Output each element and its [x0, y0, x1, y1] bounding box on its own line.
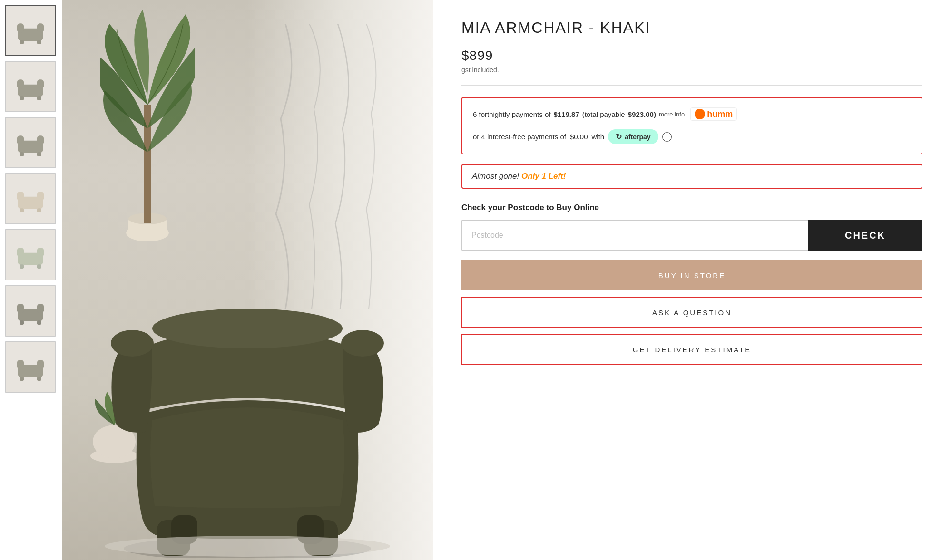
svg-rect-21: [17, 248, 24, 257]
postcode-input[interactable]: [461, 220, 808, 251]
afterpay-intro-text: or 4 interest-free payments of: [473, 133, 566, 141]
svg-rect-8: [20, 96, 24, 100]
afterpay-badge: ↻ afterpay: [608, 129, 658, 144]
stock-warning-box: Almost gone! Only 1 Left!: [461, 164, 922, 189]
product-price: $899: [461, 48, 922, 63]
svg-rect-6: [17, 79, 24, 88]
product-info-panel: MIA ARMCHAIR - KHAKI $899 gst included. …: [433, 0, 951, 560]
humm-total: $923.00): [628, 110, 656, 118]
svg-rect-14: [37, 152, 41, 156]
svg-rect-22: [37, 248, 44, 257]
svg-rect-2: [37, 23, 44, 32]
afterpay-info-button[interactable]: i: [662, 132, 672, 142]
check-button[interactable]: CHECK: [808, 220, 922, 251]
svg-rect-16: [17, 192, 24, 201]
svg-rect-24: [37, 264, 41, 269]
afterpay-icon: ↻: [616, 132, 622, 141]
postcode-section-label: Check your Postcode to Buy Online: [461, 203, 922, 212]
ask-question-button[interactable]: ASK A QUESTION: [461, 297, 922, 328]
thumbnail-7[interactable]: [5, 341, 56, 393]
payment-options-box: 6 fortnightly payments of $119.87 (total…: [461, 97, 922, 154]
product-title: MIA ARMCHAIR - KHAKI: [461, 19, 922, 37]
svg-rect-29: [37, 320, 41, 325]
svg-rect-7: [37, 79, 44, 88]
svg-rect-34: [37, 377, 41, 381]
get-delivery-estimate-button[interactable]: GET DELIVERY ESTIMATE: [461, 334, 922, 365]
thumbnail-strip: [0, 0, 62, 560]
stock-count-text: Only 1 Left!: [521, 172, 566, 181]
humm-total-label: (total payable: [582, 110, 625, 118]
buy-in-store-button[interactable]: BUY IN STORE: [461, 260, 922, 290]
svg-rect-12: [37, 135, 44, 145]
svg-rect-23: [20, 264, 24, 269]
svg-rect-13: [20, 152, 24, 156]
svg-rect-1: [17, 23, 24, 32]
humm-installments-text: 6 fortnightly payments of: [473, 110, 550, 118]
svg-rect-33: [20, 377, 24, 381]
svg-point-42: [111, 330, 154, 357]
svg-rect-4: [37, 40, 41, 44]
afterpay-payment-row: or 4 interest-free payments of $0.00 wit…: [473, 129, 911, 144]
svg-rect-26: [17, 304, 24, 313]
humm-logo: humm: [690, 107, 737, 121]
thumbnail-3[interactable]: [5, 117, 56, 168]
almost-gone-text: Almost gone!: [472, 172, 519, 181]
svg-rect-19: [37, 208, 41, 212]
gst-text: gst included.: [461, 66, 922, 74]
svg-rect-18: [20, 208, 24, 212]
humm-payment-row: 6 fortnightly payments of $119.87 (total…: [473, 107, 911, 121]
svg-point-44: [152, 309, 343, 348]
thumbnail-6[interactable]: [5, 285, 56, 337]
thumbnail-2[interactable]: [5, 61, 56, 112]
thumbnail-5[interactable]: [5, 229, 56, 280]
svg-rect-9: [37, 96, 41, 100]
afterpay-with-text: with: [591, 133, 604, 141]
svg-point-43: [341, 330, 384, 357]
main-product-image: [62, 0, 433, 560]
thumbnail-1[interactable]: [5, 5, 56, 56]
humm-circle-icon: [695, 109, 705, 119]
postcode-row: CHECK: [461, 220, 922, 251]
svg-point-49: [105, 536, 390, 557]
svg-rect-11: [17, 135, 24, 145]
plant-decoration: [100, 10, 195, 249]
svg-rect-28: [20, 320, 24, 325]
chair-main-image: [100, 282, 395, 560]
afterpay-amount: $0.00: [570, 133, 588, 141]
svg-rect-32: [37, 360, 44, 369]
more-info-link[interactable]: more info: [659, 111, 685, 118]
svg-rect-3: [20, 40, 24, 44]
svg-rect-31: [17, 360, 24, 369]
thumbnail-4[interactable]: [5, 173, 56, 224]
svg-rect-27: [37, 304, 44, 313]
humm-amount: $119.87: [553, 110, 579, 118]
svg-rect-17: [37, 192, 44, 201]
price-divider: [461, 85, 922, 86]
